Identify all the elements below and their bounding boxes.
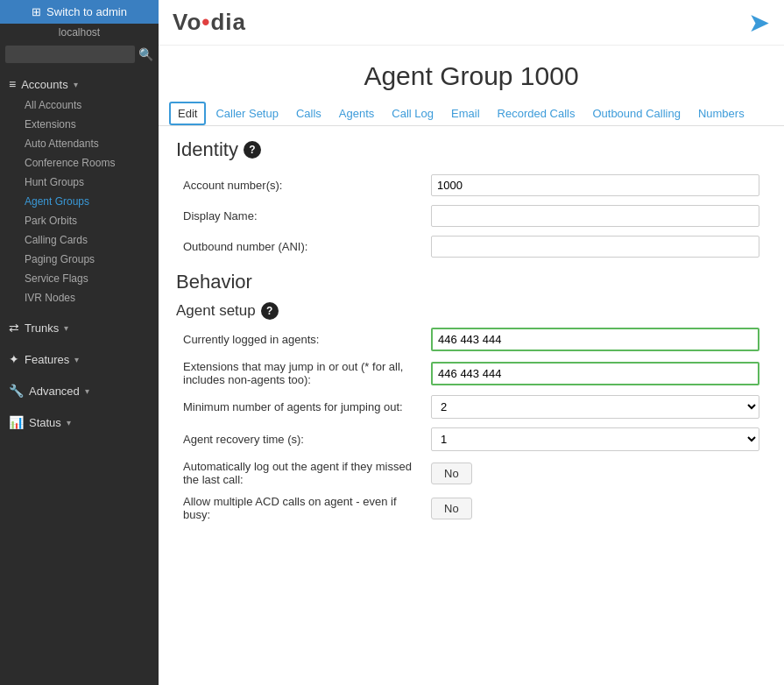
recovery-time-label: Agent recovery time (s): bbox=[176, 423, 424, 455]
sidebar-item-conference-rooms[interactable]: Conference Rooms bbox=[0, 153, 159, 173]
features-icon: ✦ bbox=[9, 352, 19, 366]
sidebar-section-features: ✦ Features ▾ bbox=[0, 343, 159, 375]
sidebar-item-all-accounts[interactable]: All Accounts bbox=[0, 95, 159, 115]
tab-calls[interactable]: Calls bbox=[288, 102, 329, 124]
trunks-label: Trunks bbox=[25, 321, 59, 335]
account-number-input[interactable] bbox=[431, 174, 759, 196]
tab-call-log[interactable]: Call Log bbox=[384, 102, 441, 124]
sidebar-group-features[interactable]: ✦ Features ▾ bbox=[0, 348, 159, 371]
advanced-label: Advanced bbox=[29, 385, 80, 398]
sidebar-group-advanced[interactable]: 🔧 Advanced ▾ bbox=[0, 379, 159, 402]
table-row: Automatically log out the agent if they … bbox=[176, 455, 766, 491]
topbar: Vo•dia ➤ bbox=[159, 0, 784, 46]
accounts-label: Accounts bbox=[21, 78, 67, 91]
sidebar-item-park-orbits[interactable]: Park Orbits bbox=[0, 211, 159, 230]
display-name-label: Display Name: bbox=[176, 201, 424, 231]
advanced-caret-icon: ▾ bbox=[85, 386, 89, 396]
search-icon[interactable]: 🔍 bbox=[138, 47, 153, 61]
sidebar-item-agent-groups[interactable]: Agent Groups bbox=[0, 192, 159, 211]
status-caret-icon: ▾ bbox=[67, 418, 71, 427]
tabs-bar: Edit Caller Setup Calls Agents Call Log … bbox=[159, 98, 784, 126]
agent-setup-help-icon[interactable]: ? bbox=[261, 302, 279, 320]
main-content: Vo•dia ➤ Agent Group 1000 Edit Caller Se… bbox=[159, 0, 784, 685]
tab-agents[interactable]: Agents bbox=[331, 102, 382, 124]
logged-in-agents-label: Currently logged in agents: bbox=[176, 323, 424, 356]
accounts-caret-icon: ▾ bbox=[74, 80, 78, 89]
sidebar-group-status[interactable]: 📊 Status ▾ bbox=[0, 411, 159, 434]
display-name-input[interactable] bbox=[431, 205, 759, 227]
auto-logout-button[interactable]: No bbox=[431, 463, 472, 484]
sidebar-item-service-flags[interactable]: Service Flags bbox=[0, 269, 159, 288]
trunks-icon: ⇄ bbox=[9, 321, 19, 335]
sidebar-hostname: localhost bbox=[0, 24, 159, 43]
min-agents-select[interactable]: 1 2 3 4 5 bbox=[431, 395, 759, 419]
table-row: Display Name: bbox=[176, 201, 766, 231]
auto-logout-label: Automatically log out the agent if they … bbox=[176, 455, 424, 491]
table-row: Agent recovery time (s): 0 1 2 5 10 30 bbox=[176, 423, 766, 455]
tab-edit[interactable]: Edit bbox=[169, 102, 206, 125]
outbound-number-input[interactable] bbox=[431, 236, 759, 258]
advanced-icon: 🔧 bbox=[9, 384, 24, 398]
behavior-section-title: Behavior bbox=[176, 271, 766, 293]
table-row: Currently logged in agents: bbox=[176, 323, 766, 356]
logged-in-agents-input[interactable] bbox=[431, 328, 759, 351]
features-caret-icon: ▾ bbox=[74, 355, 79, 364]
trunks-caret-icon: ▾ bbox=[64, 323, 68, 333]
tab-email[interactable]: Email bbox=[443, 102, 488, 124]
identity-section-title: Identity ? bbox=[176, 138, 766, 161]
agent-setup-label: Agent setup ? bbox=[176, 302, 766, 320]
sidebar-group-trunks[interactable]: ⇄ Trunks ▾ bbox=[0, 316, 159, 339]
recovery-time-select[interactable]: 0 1 2 5 10 30 bbox=[431, 427, 759, 451]
sidebar-search-area: 🔍 bbox=[0, 43, 159, 68]
sidebar-item-ivr-nodes[interactable]: IVR Nodes bbox=[0, 288, 159, 307]
sidebar-item-hunt-groups[interactable]: Hunt Groups bbox=[0, 173, 159, 192]
tab-caller-setup[interactable]: Caller Setup bbox=[208, 102, 286, 124]
sidebar: ⊞ Switch to admin localhost 🔍 ≡ Accounts… bbox=[0, 0, 159, 685]
outbound-number-label: Outbound number (ANI): bbox=[176, 231, 424, 262]
jump-extensions-input[interactable] bbox=[431, 362, 759, 385]
behavior-form: Currently logged in agents: Extensions t… bbox=[176, 323, 766, 526]
account-number-label: Account number(s): bbox=[176, 170, 424, 201]
table-row: Allow multiple ACD calls on agent - even… bbox=[176, 491, 766, 526]
logo: Vo•dia bbox=[173, 9, 246, 36]
sidebar-group-accounts[interactable]: ≡ Accounts ▾ bbox=[0, 73, 159, 95]
sidebar-item-extensions[interactable]: Extensions bbox=[0, 115, 159, 134]
tab-outbound-calling[interactable]: Outbound Calling bbox=[584, 102, 688, 124]
sidebar-search-input[interactable] bbox=[5, 46, 135, 63]
status-icon: 📊 bbox=[9, 415, 24, 429]
identity-help-icon[interactable]: ? bbox=[244, 141, 261, 159]
multiple-acd-button[interactable]: No bbox=[431, 498, 472, 519]
sidebar-section-trunks: ⇄ Trunks ▾ bbox=[0, 312, 159, 343]
status-label: Status bbox=[29, 416, 61, 429]
logo-text: Vo•dia bbox=[173, 9, 246, 36]
accounts-icon: ≡ bbox=[9, 77, 16, 91]
features-label: Features bbox=[25, 353, 69, 366]
min-agents-label: Minimum number of agents for jumping out… bbox=[176, 391, 424, 423]
table-row: Account number(s): bbox=[176, 170, 766, 201]
identity-form: Account number(s): Display Name: Outboun… bbox=[176, 170, 766, 262]
logo-dot: • bbox=[201, 9, 210, 35]
page-title-area: Agent Group 1000 bbox=[159, 46, 784, 98]
content-area: Identity ? Account number(s): Display Na… bbox=[159, 126, 784, 543]
sidebar-item-auto-attendants[interactable]: Auto Attendants bbox=[0, 134, 159, 153]
switch-to-admin-button[interactable]: ⊞ Switch to admin bbox=[0, 0, 159, 24]
sidebar-section-advanced: 🔧 Advanced ▾ bbox=[0, 375, 159, 406]
multiple-acd-label: Allow multiple ACD calls on agent - even… bbox=[176, 491, 424, 526]
table-row: Extensions that may jump in or out (* fo… bbox=[176, 356, 766, 391]
table-row: Minimum number of agents for jumping out… bbox=[176, 391, 766, 423]
sidebar-section-accounts: ≡ Accounts ▾ All Accounts Extensions Aut… bbox=[0, 68, 159, 312]
tab-recorded-calls[interactable]: Recorded Calls bbox=[490, 102, 583, 124]
jump-extensions-label: Extensions that may jump in or out (* fo… bbox=[176, 356, 424, 391]
sidebar-section-status: 📊 Status ▾ bbox=[0, 406, 159, 438]
tab-numbers[interactable]: Numbers bbox=[690, 102, 752, 124]
table-row: Outbound number (ANI): bbox=[176, 231, 766, 262]
page-title: Agent Group 1000 bbox=[159, 61, 784, 91]
sidebar-item-calling-cards[interactable]: Calling Cards bbox=[0, 230, 159, 250]
sidebar-item-paging-groups[interactable]: Paging Groups bbox=[0, 250, 159, 269]
admin-arrow-icon: ⊞ bbox=[32, 5, 41, 18]
logout-icon[interactable]: ➤ bbox=[748, 7, 770, 38]
